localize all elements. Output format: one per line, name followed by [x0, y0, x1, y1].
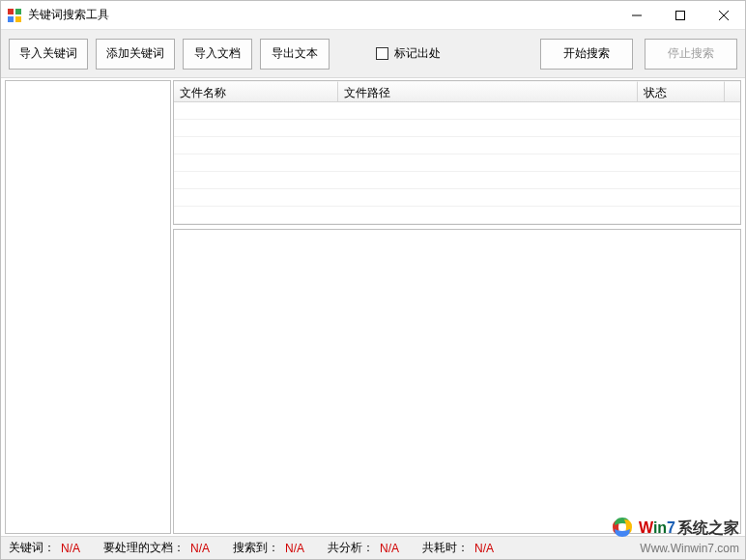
import-docs-button[interactable]: 导入文档 — [183, 39, 252, 70]
mark-source-checkbox[interactable]: 标记出处 — [376, 45, 441, 62]
app-window: 关键词搜索工具 导入关键词 添加关键词 导入文档 导出文本 标记出处 开始搜索 … — [0, 0, 746, 560]
list-row — [174, 154, 740, 172]
app-icon — [7, 8, 22, 23]
maximize-button[interactable] — [658, 1, 702, 29]
right-panel: 文件名称 文件路径 状态 — [173, 80, 741, 534]
add-keywords-button[interactable]: 添加关键词 — [96, 39, 175, 70]
listview-header: 文件名称 文件路径 状态 — [174, 81, 740, 102]
status-keywords-value: N/A — [61, 542, 80, 555]
status-keywords-label: 关键词： — [9, 540, 55, 556]
close-button[interactable] — [702, 1, 745, 29]
status-found-value: N/A — [285, 542, 304, 555]
column-spacer — [725, 81, 740, 102]
list-row — [174, 102, 740, 120]
titlebar: 关键词搜索工具 — [1, 1, 745, 30]
column-status[interactable]: 状态 — [638, 81, 725, 102]
svg-rect-0 — [8, 9, 14, 14]
list-row — [174, 172, 740, 189]
list-row — [174, 207, 740, 224]
minimize-button[interactable] — [615, 1, 658, 29]
status-found-label: 搜索到： — [233, 540, 279, 556]
list-row — [174, 137, 740, 154]
column-filepath[interactable]: 文件路径 — [338, 81, 638, 102]
column-filename[interactable]: 文件名称 — [174, 81, 338, 102]
file-listview[interactable]: 文件名称 文件路径 状态 — [173, 80, 741, 225]
start-search-button[interactable]: 开始搜索 — [540, 39, 633, 70]
status-analyzed-value: N/A — [380, 542, 399, 555]
status-docs-label: 要处理的文档： — [103, 540, 185, 556]
listview-body[interactable] — [174, 102, 740, 224]
status-bar: 关键词： N/A 要处理的文档： N/A 搜索到： N/A 共分析： N/A 共… — [1, 536, 745, 559]
main-body: 文件名称 文件路径 状态 — [1, 78, 745, 536]
window-controls — [615, 1, 745, 29]
svg-rect-3 — [15, 16, 21, 22]
status-docs-value: N/A — [190, 542, 210, 555]
status-elapsed-label: 共耗时： — [422, 540, 469, 556]
list-row — [174, 120, 740, 137]
stop-search-button[interactable]: 停止搜索 — [645, 39, 737, 70]
export-text-button[interactable]: 导出文本 — [260, 39, 330, 70]
status-elapsed-value: N/A — [474, 542, 494, 555]
keywords-list-panel[interactable] — [5, 80, 171, 534]
svg-rect-1 — [15, 9, 21, 14]
checkbox-box-icon — [376, 47, 388, 60]
toolbar: 导入关键词 添加关键词 导入文档 导出文本 标记出处 开始搜索 停止搜索 — [1, 30, 745, 78]
list-row — [174, 189, 740, 207]
result-text-area[interactable] — [173, 229, 741, 534]
window-title: 关键词搜索工具 — [28, 7, 109, 23]
svg-rect-2 — [8, 16, 14, 22]
status-analyzed-label: 共分析： — [328, 540, 374, 556]
svg-rect-4 — [675, 11, 684, 19]
mark-source-label: 标记出处 — [394, 45, 441, 62]
import-keywords-button[interactable]: 导入关键词 — [9, 39, 88, 70]
